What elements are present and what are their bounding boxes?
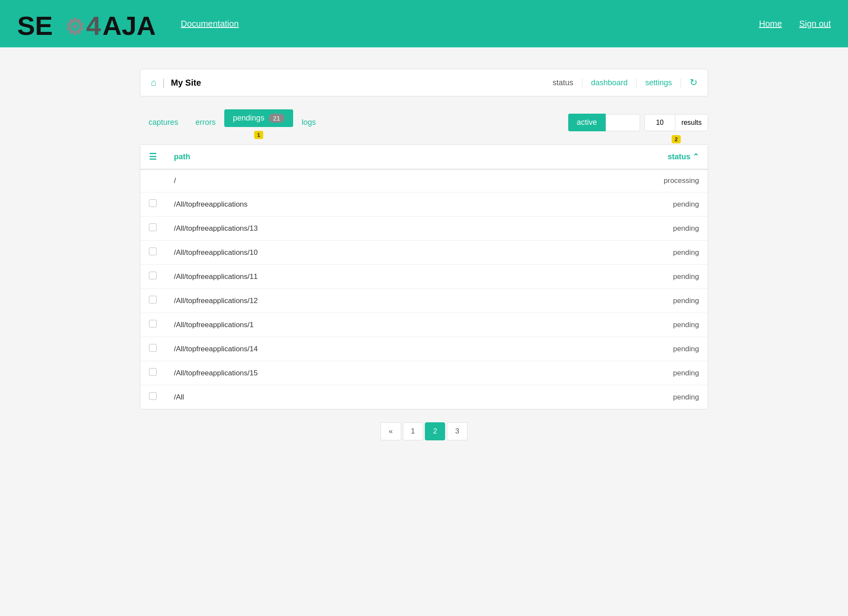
- row-checkbox[interactable]: [149, 296, 157, 303]
- site-bar: ⌂ | My Site status dashboard settings ↻: [140, 69, 708, 96]
- row-checkbox[interactable]: [149, 248, 157, 255]
- tab-captures[interactable]: captures: [140, 114, 187, 131]
- row-checkbox[interactable]: [149, 368, 157, 376]
- row-check-cell: [140, 241, 165, 265]
- row-path: /All/topfreeapplications: [165, 192, 522, 217]
- results-label: results: [675, 115, 708, 131]
- row-path: /All/topfreeapplications/12: [165, 289, 522, 313]
- home-link[interactable]: Home: [759, 19, 782, 29]
- row-checkbox[interactable]: [149, 344, 157, 352]
- row-check-cell: [140, 361, 165, 385]
- signout-link[interactable]: Sign out: [799, 19, 831, 29]
- page-2[interactable]: 2: [425, 422, 445, 440]
- table-row: /All/topfreeapplications/10pending: [140, 241, 708, 265]
- results-wrap: 10 25 50 results 2: [644, 114, 708, 131]
- table-row: /All/topfreeapplications/1pending: [140, 313, 708, 337]
- col-status-header[interactable]: status ⌃: [522, 145, 708, 169]
- table-container: ☰ path status ⌃ /processing/All/topfreea…: [140, 144, 708, 409]
- tab-pendings-wrap: pendings 21 1: [224, 109, 293, 127]
- tab-errors[interactable]: errors: [187, 114, 224, 131]
- row-status: pending: [522, 289, 708, 313]
- site-nav: status dashboard settings ↻: [544, 77, 697, 88]
- row-status: pending: [522, 337, 708, 361]
- row-check-cell: [140, 169, 165, 192]
- row-path: /All/topfreeapplications/13: [165, 217, 522, 241]
- menu-icon[interactable]: ☰: [149, 152, 157, 161]
- table-row: /All/topfreeapplications/11pending: [140, 265, 708, 289]
- svg-text:AJAX: AJAX: [102, 11, 155, 38]
- row-checkbox[interactable]: [149, 272, 157, 279]
- header-nav: Home Sign out: [759, 19, 831, 29]
- dashboard-nav[interactable]: dashboard: [582, 78, 637, 87]
- row-checkbox[interactable]: [149, 320, 157, 328]
- svg-text:⚙: ⚙: [65, 15, 85, 38]
- row-status: pending: [522, 265, 708, 289]
- tab-logs[interactable]: logs: [293, 114, 325, 131]
- row-status: processing: [522, 169, 708, 192]
- status-nav: status: [544, 78, 582, 87]
- annotation-badge-2: 2: [672, 135, 681, 143]
- table-row: /All/topfreeapplications/14pending: [140, 337, 708, 361]
- data-table: ☰ path status ⌃ /processing/All/topfreea…: [140, 145, 708, 409]
- row-path: /All/topfreeapplications/10: [165, 241, 522, 265]
- row-check-cell: [140, 337, 165, 361]
- row-status: pending: [522, 217, 708, 241]
- active-filter: active: [568, 114, 640, 131]
- row-path: /All/topfreeapplications/1: [165, 313, 522, 337]
- doc-link[interactable]: Documentation: [181, 19, 239, 29]
- col-menu: ☰: [140, 145, 165, 169]
- row-status: pending: [522, 313, 708, 337]
- active-button[interactable]: active: [568, 114, 606, 131]
- table-row: /processing: [140, 169, 708, 192]
- logo: SE ⚙ 4 AJAX Documentation: [17, 10, 239, 38]
- header: SE ⚙ 4 AJAX Documentation Home Sign out: [0, 0, 848, 47]
- row-check-cell: [140, 313, 165, 337]
- row-checkbox[interactable]: [149, 392, 157, 400]
- home-icon[interactable]: ⌂: [151, 77, 156, 88]
- tab-bar: captures errors pendings 21 1 logs activ…: [140, 109, 708, 136]
- svg-text:4: 4: [86, 11, 101, 38]
- results-select-wrap: 10 25 50 results: [644, 114, 708, 131]
- table-row: /Allpending: [140, 385, 708, 409]
- page-prev[interactable]: «: [381, 422, 401, 440]
- page-3[interactable]: 3: [447, 422, 467, 440]
- row-path: /All/topfreeapplications/15: [165, 361, 522, 385]
- results-select[interactable]: 10 25 50: [645, 115, 675, 130]
- table-row: /All/topfreeapplications/12pending: [140, 289, 708, 313]
- table-row: /All/topfreeapplicationspending: [140, 192, 708, 217]
- row-status: pending: [522, 361, 708, 385]
- filter-area: active 10 25 50 results 2: [568, 114, 708, 131]
- tab-pendings[interactable]: pendings 21: [224, 109, 293, 127]
- row-status: pending: [522, 192, 708, 217]
- col-path-header[interactable]: path: [165, 145, 522, 169]
- row-status: pending: [522, 385, 708, 409]
- row-status: pending: [522, 241, 708, 265]
- pendings-badge: 21: [269, 114, 285, 123]
- row-path: /All/topfreeapplications/11: [165, 265, 522, 289]
- row-path: /: [165, 169, 522, 192]
- table-body: /processing/All/topfreeapplicationspendi…: [140, 169, 708, 409]
- refresh-icon[interactable]: ↻: [681, 77, 697, 88]
- row-checkbox[interactable]: [149, 199, 157, 207]
- row-check-cell: [140, 265, 165, 289]
- site-name: My Site: [171, 78, 544, 88]
- active-input[interactable]: [606, 114, 640, 131]
- row-path: /All/topfreeapplications/14: [165, 337, 522, 361]
- table-row: /All/topfreeapplications/15pending: [140, 361, 708, 385]
- row-path: /All: [165, 385, 522, 409]
- table-row: /All/topfreeapplications/13pending: [140, 217, 708, 241]
- pagination: « 1 2 3: [140, 422, 708, 440]
- settings-nav[interactable]: settings: [637, 78, 681, 87]
- table-header-row: ☰ path status ⌃: [140, 145, 708, 169]
- row-check-cell: [140, 217, 165, 241]
- row-checkbox[interactable]: [149, 223, 157, 231]
- row-check-cell: [140, 385, 165, 409]
- logo-svg: SE ⚙ 4 AJAX: [17, 10, 155, 38]
- page-1[interactable]: 1: [403, 422, 423, 440]
- main-content: ⌂ | My Site status dashboard settings ↻ …: [123, 69, 725, 440]
- annotation-badge-1: 1: [254, 131, 263, 139]
- svg-text:SE: SE: [17, 11, 53, 38]
- row-check-cell: [140, 192, 165, 217]
- row-check-cell: [140, 289, 165, 313]
